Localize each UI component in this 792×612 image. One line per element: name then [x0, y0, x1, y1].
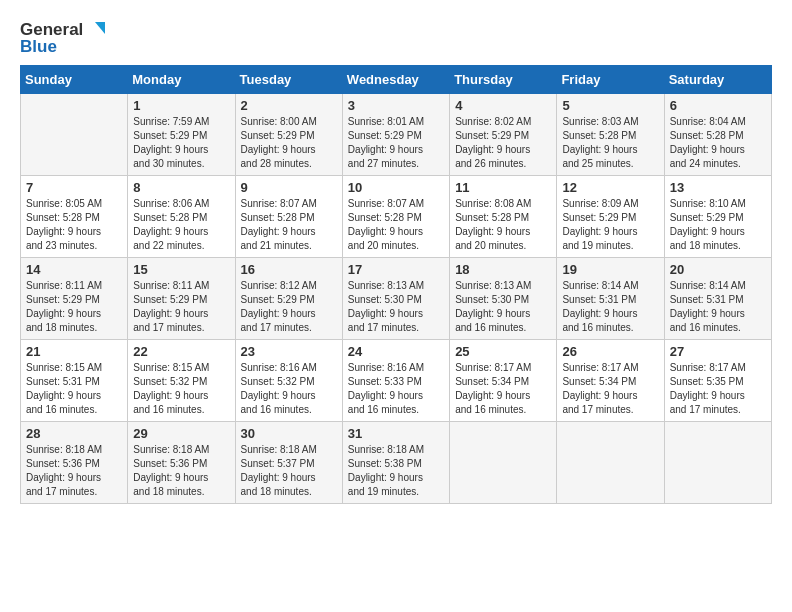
logo-blue: Blue [20, 38, 105, 57]
day-number: 19 [562, 262, 658, 277]
calendar-cell: 31Sunrise: 8:18 AM Sunset: 5:38 PM Dayli… [342, 421, 449, 503]
calendar-cell: 9Sunrise: 8:07 AM Sunset: 5:28 PM Daylig… [235, 175, 342, 257]
calendar-cell: 8Sunrise: 8:06 AM Sunset: 5:28 PM Daylig… [128, 175, 235, 257]
day-info: Sunrise: 8:12 AM Sunset: 5:29 PM Dayligh… [241, 279, 337, 335]
day-number: 8 [133, 180, 229, 195]
week-row-2: 7Sunrise: 8:05 AM Sunset: 5:28 PM Daylig… [21, 175, 772, 257]
week-row-5: 28Sunrise: 8:18 AM Sunset: 5:36 PM Dayli… [21, 421, 772, 503]
calendar-cell: 24Sunrise: 8:16 AM Sunset: 5:33 PM Dayli… [342, 339, 449, 421]
day-number: 21 [26, 344, 122, 359]
day-number: 25 [455, 344, 551, 359]
day-number: 12 [562, 180, 658, 195]
calendar-cell: 25Sunrise: 8:17 AM Sunset: 5:34 PM Dayli… [450, 339, 557, 421]
day-number: 16 [241, 262, 337, 277]
calendar-cell: 14Sunrise: 8:11 AM Sunset: 5:29 PM Dayli… [21, 257, 128, 339]
day-number: 13 [670, 180, 766, 195]
calendar-cell: 6Sunrise: 8:04 AM Sunset: 5:28 PM Daylig… [664, 93, 771, 175]
day-number: 29 [133, 426, 229, 441]
day-number: 6 [670, 98, 766, 113]
calendar-cell [664, 421, 771, 503]
day-info: Sunrise: 8:00 AM Sunset: 5:29 PM Dayligh… [241, 115, 337, 171]
calendar-cell [450, 421, 557, 503]
calendar-cell: 1Sunrise: 7:59 AM Sunset: 5:29 PM Daylig… [128, 93, 235, 175]
calendar-cell: 3Sunrise: 8:01 AM Sunset: 5:29 PM Daylig… [342, 93, 449, 175]
day-number: 26 [562, 344, 658, 359]
column-header-thursday: Thursday [450, 65, 557, 93]
day-number: 15 [133, 262, 229, 277]
calendar-cell: 28Sunrise: 8:18 AM Sunset: 5:36 PM Dayli… [21, 421, 128, 503]
calendar-cell: 19Sunrise: 8:14 AM Sunset: 5:31 PM Dayli… [557, 257, 664, 339]
day-info: Sunrise: 8:18 AM Sunset: 5:36 PM Dayligh… [133, 443, 229, 499]
day-info: Sunrise: 8:05 AM Sunset: 5:28 PM Dayligh… [26, 197, 122, 253]
day-info: Sunrise: 8:10 AM Sunset: 5:29 PM Dayligh… [670, 197, 766, 253]
day-info: Sunrise: 8:18 AM Sunset: 5:38 PM Dayligh… [348, 443, 444, 499]
calendar-table: SundayMondayTuesdayWednesdayThursdayFrid… [20, 65, 772, 504]
day-number: 10 [348, 180, 444, 195]
calendar-cell [557, 421, 664, 503]
calendar-cell: 2Sunrise: 8:00 AM Sunset: 5:29 PM Daylig… [235, 93, 342, 175]
calendar-cell: 15Sunrise: 8:11 AM Sunset: 5:29 PM Dayli… [128, 257, 235, 339]
calendar-cell: 22Sunrise: 8:15 AM Sunset: 5:32 PM Dayli… [128, 339, 235, 421]
calendar-cell [21, 93, 128, 175]
column-header-saturday: Saturday [664, 65, 771, 93]
day-info: Sunrise: 8:11 AM Sunset: 5:29 PM Dayligh… [26, 279, 122, 335]
day-number: 20 [670, 262, 766, 277]
column-header-tuesday: Tuesday [235, 65, 342, 93]
calendar-cell: 21Sunrise: 8:15 AM Sunset: 5:31 PM Dayli… [21, 339, 128, 421]
column-header-sunday: Sunday [21, 65, 128, 93]
logo-bird-icon [85, 20, 105, 40]
day-number: 22 [133, 344, 229, 359]
day-info: Sunrise: 8:16 AM Sunset: 5:33 PM Dayligh… [348, 361, 444, 417]
calendar-cell: 11Sunrise: 8:08 AM Sunset: 5:28 PM Dayli… [450, 175, 557, 257]
day-info: Sunrise: 8:03 AM Sunset: 5:28 PM Dayligh… [562, 115, 658, 171]
day-info: Sunrise: 8:17 AM Sunset: 5:35 PM Dayligh… [670, 361, 766, 417]
calendar-cell: 17Sunrise: 8:13 AM Sunset: 5:30 PM Dayli… [342, 257, 449, 339]
day-number: 28 [26, 426, 122, 441]
day-info: Sunrise: 8:16 AM Sunset: 5:32 PM Dayligh… [241, 361, 337, 417]
day-number: 31 [348, 426, 444, 441]
calendar-cell: 23Sunrise: 8:16 AM Sunset: 5:32 PM Dayli… [235, 339, 342, 421]
day-info: Sunrise: 8:04 AM Sunset: 5:28 PM Dayligh… [670, 115, 766, 171]
day-info: Sunrise: 8:09 AM Sunset: 5:29 PM Dayligh… [562, 197, 658, 253]
calendar-cell: 12Sunrise: 8:09 AM Sunset: 5:29 PM Dayli… [557, 175, 664, 257]
day-number: 27 [670, 344, 766, 359]
day-info: Sunrise: 8:13 AM Sunset: 5:30 PM Dayligh… [455, 279, 551, 335]
column-header-monday: Monday [128, 65, 235, 93]
calendar-cell: 10Sunrise: 8:07 AM Sunset: 5:28 PM Dayli… [342, 175, 449, 257]
day-info: Sunrise: 8:07 AM Sunset: 5:28 PM Dayligh… [348, 197, 444, 253]
day-info: Sunrise: 7:59 AM Sunset: 5:29 PM Dayligh… [133, 115, 229, 171]
week-row-4: 21Sunrise: 8:15 AM Sunset: 5:31 PM Dayli… [21, 339, 772, 421]
day-number: 30 [241, 426, 337, 441]
calendar-cell: 5Sunrise: 8:03 AM Sunset: 5:28 PM Daylig… [557, 93, 664, 175]
calendar-cell: 27Sunrise: 8:17 AM Sunset: 5:35 PM Dayli… [664, 339, 771, 421]
day-number: 5 [562, 98, 658, 113]
logo: General Blue [20, 20, 105, 57]
calendar-cell: 16Sunrise: 8:12 AM Sunset: 5:29 PM Dayli… [235, 257, 342, 339]
column-header-friday: Friday [557, 65, 664, 93]
calendar-cell: 20Sunrise: 8:14 AM Sunset: 5:31 PM Dayli… [664, 257, 771, 339]
day-info: Sunrise: 8:18 AM Sunset: 5:36 PM Dayligh… [26, 443, 122, 499]
calendar-cell: 7Sunrise: 8:05 AM Sunset: 5:28 PM Daylig… [21, 175, 128, 257]
day-info: Sunrise: 8:02 AM Sunset: 5:29 PM Dayligh… [455, 115, 551, 171]
day-number: 9 [241, 180, 337, 195]
day-number: 14 [26, 262, 122, 277]
calendar-cell: 29Sunrise: 8:18 AM Sunset: 5:36 PM Dayli… [128, 421, 235, 503]
page-header: General Blue [20, 20, 772, 57]
svg-marker-0 [95, 22, 105, 34]
column-header-wednesday: Wednesday [342, 65, 449, 93]
day-info: Sunrise: 8:15 AM Sunset: 5:31 PM Dayligh… [26, 361, 122, 417]
day-info: Sunrise: 8:14 AM Sunset: 5:31 PM Dayligh… [562, 279, 658, 335]
week-row-3: 14Sunrise: 8:11 AM Sunset: 5:29 PM Dayli… [21, 257, 772, 339]
day-info: Sunrise: 8:14 AM Sunset: 5:31 PM Dayligh… [670, 279, 766, 335]
week-row-1: 1Sunrise: 7:59 AM Sunset: 5:29 PM Daylig… [21, 93, 772, 175]
header-row: SundayMondayTuesdayWednesdayThursdayFrid… [21, 65, 772, 93]
calendar-cell: 13Sunrise: 8:10 AM Sunset: 5:29 PM Dayli… [664, 175, 771, 257]
day-info: Sunrise: 8:07 AM Sunset: 5:28 PM Dayligh… [241, 197, 337, 253]
calendar-cell: 30Sunrise: 8:18 AM Sunset: 5:37 PM Dayli… [235, 421, 342, 503]
day-info: Sunrise: 8:17 AM Sunset: 5:34 PM Dayligh… [455, 361, 551, 417]
day-info: Sunrise: 8:01 AM Sunset: 5:29 PM Dayligh… [348, 115, 444, 171]
calendar-cell: 26Sunrise: 8:17 AM Sunset: 5:34 PM Dayli… [557, 339, 664, 421]
calendar-cell: 4Sunrise: 8:02 AM Sunset: 5:29 PM Daylig… [450, 93, 557, 175]
day-info: Sunrise: 8:08 AM Sunset: 5:28 PM Dayligh… [455, 197, 551, 253]
day-info: Sunrise: 8:17 AM Sunset: 5:34 PM Dayligh… [562, 361, 658, 417]
